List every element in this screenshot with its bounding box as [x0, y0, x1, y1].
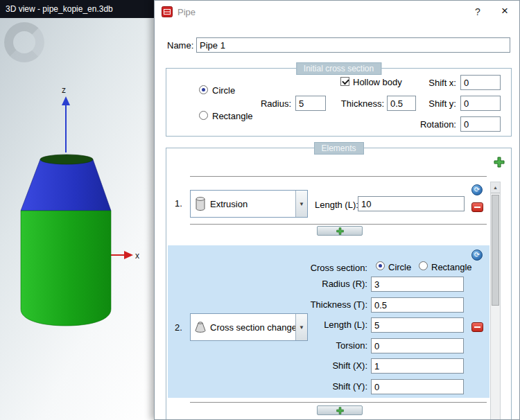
element-2-shift-y-input[interactable] [371, 379, 464, 394]
plus-icon [494, 157, 505, 168]
elements-scrollbar[interactable]: ▲ [490, 182, 501, 420]
element-1-type-label: Extrusion [210, 199, 295, 209]
element-2-length-label: Length (L): [272, 320, 367, 330]
pipe-3d-model[interactable]: z x [6, 82, 148, 345]
element-2-thickness-label: Thickness (T): [272, 299, 367, 310]
element-separator [190, 224, 487, 225]
element-1-length-label: Length (L): [315, 200, 358, 210]
element-2-circle-label: Circle [388, 262, 411, 272]
scrollbar-thumb[interactable] [492, 195, 499, 306]
element-2-shift-x-input[interactable] [371, 358, 464, 374]
element-separator [190, 402, 487, 403]
element-2-circle-radio[interactable] [376, 261, 385, 270]
hollow-body-checkbox[interactable] [340, 77, 349, 86]
initial-cross-section-title: Initial cross section [296, 62, 381, 75]
dialog-title: Pipe [177, 7, 196, 17]
rectangle-radio[interactable] [199, 111, 208, 120]
element-2-length-input[interactable] [371, 317, 464, 333]
shift-x-input[interactable] [460, 75, 501, 90]
name-label: Name: [167, 40, 193, 51]
element-1-type-select[interactable]: Extrusion ▼ [190, 190, 308, 218]
cross-section-label: Cross section: [272, 263, 367, 273]
element-1-length-input[interactable] [358, 196, 465, 211]
pipe-model-shape [21, 155, 111, 326]
minus-icon [474, 326, 480, 328]
insert-element-button[interactable] [317, 405, 363, 415]
elements-group: Elements 1. Extrusion ▼ Length (L): ⟳ [166, 148, 512, 420]
element-separator [190, 176, 487, 177]
element-2-torsion-label: Torsion: [272, 340, 367, 351]
rectangle-radio-label: Rectangle [212, 111, 253, 121]
element-2-shift-y-label: Shift (Y): [272, 381, 367, 392]
name-input[interactable] [196, 37, 510, 53]
refresh-icon: ⟳ [474, 186, 480, 193]
pipe-app-icon [162, 6, 173, 17]
element-2-thickness-input[interactable] [371, 297, 464, 313]
circle-radio-label: Circle [212, 85, 235, 96]
shift-x-label: Shift x: [402, 78, 456, 88]
element-2-selected-block[interactable]: ⟳ Cross section: Circle Rectangle Radius… [168, 245, 489, 398]
element-2-shift-x-label: Shift (X): [272, 360, 367, 371]
insert-element-button[interactable] [317, 226, 363, 236]
screen: 3D view - pipe_kopie_en.3db [0, 0, 520, 420]
element-2-update-button[interactable]: ⟳ [471, 250, 483, 261]
3d-view-titlebar[interactable]: 3D view - pipe_kopie_en.3db [0, 0, 154, 18]
element-2-rectangle-label: Rectangle [431, 262, 472, 272]
pipe-dialog: Pipe ? × Name: Initial cross section Cir… [154, 0, 520, 420]
z-axis-arrow [62, 96, 70, 152]
dialog-titlebar[interactable]: Pipe ? × [155, 1, 519, 23]
hollow-body-label: Hollow body [353, 77, 402, 87]
extrusion-cylinder-icon [191, 197, 210, 211]
plus-icon [336, 227, 344, 235]
circle-radio[interactable] [199, 85, 208, 94]
help-button[interactable]: ? [472, 6, 483, 17]
refresh-icon: ⟳ [474, 251, 480, 259]
x-axis-label: x [135, 251, 139, 261]
element-2-rectangle-radio[interactable] [419, 261, 428, 270]
element-1-index: 1. [175, 198, 182, 209]
3d-view-title: 3D view - pipe_kopie_en.3db [6, 4, 113, 14]
element-2-remove-button[interactable] [471, 322, 483, 332]
scroll-up-button[interactable]: ▲ [491, 182, 500, 193]
minus-icon [474, 207, 480, 208]
rotation-input[interactable] [460, 116, 501, 132]
arrow-up-icon: ▲ [493, 185, 498, 190]
cross-section-change-cone-icon [191, 321, 210, 333]
radius-label: Radius: [236, 98, 291, 109]
add-element-button[interactable] [494, 157, 505, 168]
radius-input[interactable] [295, 96, 326, 111]
element-2-radius-label: Radius (R): [272, 279, 367, 289]
elements-title: Elements [313, 142, 363, 155]
chevron-down-icon[interactable]: ▼ [295, 191, 307, 217]
shift-y-input[interactable] [460, 96, 501, 111]
element-1-remove-button[interactable] [471, 202, 483, 212]
plus-icon [336, 407, 344, 414]
element-2-radius-input[interactable] [371, 277, 464, 292]
thickness-label: Thickness: [324, 98, 384, 109]
3d-view-window[interactable]: 3D view - pipe_kopie_en.3db [0, 0, 154, 420]
close-button[interactable]: × [499, 4, 511, 18]
z-axis-label: z [62, 85, 66, 95]
element-1-update-button[interactable]: ⟳ [471, 184, 483, 195]
shift-y-label: Shift y: [402, 98, 456, 109]
rotation-label: Rotation: [395, 119, 456, 130]
element-2-torsion-input[interactable] [371, 338, 464, 353]
element-2-index: 2. [175, 322, 182, 333]
logo-watermark-icon [4, 22, 44, 62]
initial-cross-section-group: Initial cross section Circle Rectangle R… [166, 68, 512, 137]
